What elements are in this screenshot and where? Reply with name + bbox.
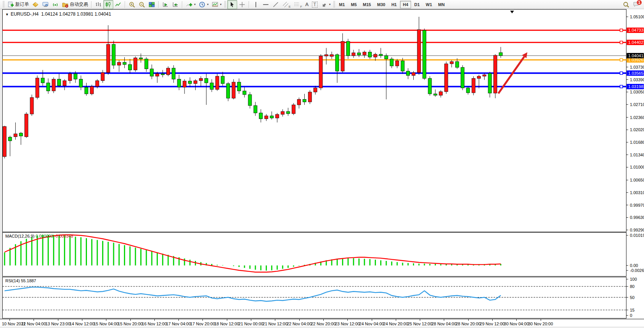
- line-chart-icon: [115, 1, 122, 8]
- auto-trading-button[interactable]: 自动交易: [60, 0, 90, 9]
- candle-body: [461, 68, 464, 88]
- level-line-handle[interactable]: [620, 58, 623, 61]
- time-tick: [130, 319, 131, 321]
- rsi-scale-label: 100: [630, 277, 637, 281]
- candle-body: [85, 87, 88, 94]
- candle-body: [395, 61, 399, 66]
- candle-body: [68, 74, 72, 80]
- tf-button-M5[interactable]: M5: [348, 1, 359, 8]
- chevron-down-icon: ▾: [329, 3, 331, 6]
- channel-tool-button[interactable]: E: [281, 0, 292, 9]
- toolbar-separator: [158, 1, 159, 8]
- bar-chart-button[interactable]: [93, 0, 103, 9]
- level-price-badge-label: 1.04733: [628, 28, 644, 32]
- tf-button-M30[interactable]: M30: [374, 1, 388, 8]
- cursor-tool-button[interactable]: [227, 0, 237, 9]
- crosshair-tool-button[interactable]: [237, 0, 247, 9]
- bar-chart-icon: [95, 1, 102, 8]
- candle-body: [232, 82, 235, 98]
- toolbar-grip[interactable]: [224, 1, 226, 8]
- level-line-handle[interactable]: [620, 72, 623, 74]
- search-icon[interactable]: [623, 1, 630, 8]
- fibonacci-icon: [294, 1, 300, 8]
- candle-body: [58, 79, 61, 86]
- symbol-dropdown-icon[interactable]: ▼: [5, 13, 9, 16]
- candle-body: [79, 79, 83, 87]
- candle-body: [150, 69, 154, 76]
- time-tick: [468, 319, 469, 321]
- level-line-handle[interactable]: [620, 29, 623, 32]
- horizontal-line-tool-button[interactable]: [261, 0, 271, 9]
- new-order-icon: [7, 1, 14, 8]
- price-tick-label: 1.03730: [630, 65, 644, 69]
- candle-body: [445, 64, 448, 92]
- candlestick-chart-button[interactable]: [103, 0, 113, 9]
- time-label: 17 Nov 20:00: [190, 322, 215, 326]
- rsi-panel[interactable]: 1008050150: [0, 277, 644, 319]
- time-tick: [82, 319, 82, 321]
- scroll-to-end-button[interactable]: [161, 0, 170, 9]
- tf-button-M15[interactable]: M15: [360, 1, 374, 8]
- trendline-tool-button[interactable]: [271, 0, 281, 9]
- tf-button-H1[interactable]: H1: [389, 1, 399, 8]
- time-label: 15 Nov 04:00: [93, 322, 118, 326]
- tf-button-M1[interactable]: M1: [336, 1, 347, 8]
- candle-body: [156, 74, 159, 76]
- new-order-button[interactable]: 新订单: [6, 0, 31, 9]
- tf-button-MN[interactable]: MN: [435, 1, 447, 8]
- line-chart-button[interactable]: [113, 0, 123, 9]
- candle-body: [477, 76, 481, 79]
- notifications-button[interactable]: 1: [633, 1, 640, 8]
- signals-button[interactable]: [50, 0, 60, 9]
- zoom-in-icon: [128, 1, 135, 8]
- time-label: 23 Nov 12:00: [335, 322, 360, 326]
- candle-body: [237, 82, 241, 91]
- market-watch-button[interactable]: [40, 0, 50, 9]
- macd-panel[interactable]: 0.0101910.00-0.002642: [0, 232, 644, 277]
- indicators-button[interactable]: ▾: [184, 0, 197, 9]
- auto-trading-label: 自动交易: [70, 1, 88, 8]
- time-tick: [444, 319, 444, 321]
- zoom-out-button[interactable]: [137, 0, 147, 9]
- candle-body: [292, 105, 295, 114]
- arrows-tool-button[interactable]: ▾: [319, 0, 332, 9]
- time-tick: [58, 319, 58, 321]
- label-tool-button[interactable]: T: [310, 0, 319, 9]
- indicators-icon: [186, 1, 193, 8]
- zoom-in-button[interactable]: [127, 0, 137, 9]
- level-line-handle[interactable]: [620, 85, 623, 88]
- tf-button-H4[interactable]: H4: [400, 1, 411, 8]
- tf-button-D1[interactable]: D1: [412, 1, 422, 8]
- profiles-button[interactable]: [31, 0, 40, 9]
- candle-body: [270, 116, 273, 118]
- fibonacci-tool-button[interactable]: F: [292, 0, 304, 9]
- time-tick: [299, 319, 300, 321]
- periods-button[interactable]: ▾: [197, 0, 210, 9]
- toolbar-grip[interactable]: [333, 1, 335, 8]
- toolbar-grip[interactable]: [3, 1, 5, 8]
- tf-button-W1[interactable]: W1: [423, 1, 435, 8]
- fibo-glyph: F: [300, 5, 302, 8]
- candle-body: [123, 62, 126, 64]
- text-tool-button[interactable]: A: [304, 0, 310, 9]
- vertical-line-tool-button[interactable]: [251, 0, 261, 9]
- price-tick-label: 0.99970: [630, 203, 644, 207]
- time-tick: [227, 319, 227, 321]
- level-price-badge-label: 1.03565: [628, 71, 644, 76]
- macd-label: MACD(12,26,9) 0.000003 -0.000348: [5, 234, 73, 238]
- rsi-name: RSI(14): [5, 278, 20, 283]
- time-label: 13 Nov 23:00: [45, 322, 70, 326]
- price-chart-panel[interactable]: 1.051001.037301.033901.030501.027101.023…: [0, 9, 644, 232]
- time-label: 30 Nov 20:00: [528, 322, 553, 326]
- chart-title: ▼EURUSD-,H4 1.04124 1.04278 1.03981 1.04…: [5, 11, 111, 17]
- candle-body: [412, 72, 415, 76]
- price-tick-label: 1.01340: [630, 153, 644, 157]
- price-tick-label: 1.02360: [630, 115, 644, 120]
- candle-body: [215, 76, 219, 90]
- tile-windows-button[interactable]: [147, 0, 157, 9]
- templates-button[interactable]: ▾: [210, 0, 223, 9]
- level-line-handle[interactable]: [620, 41, 623, 44]
- time-label: 30 Nov 04:00: [504, 322, 529, 326]
- auto-scroll-button[interactable]: [170, 0, 180, 9]
- zoom-out-icon: [138, 1, 145, 8]
